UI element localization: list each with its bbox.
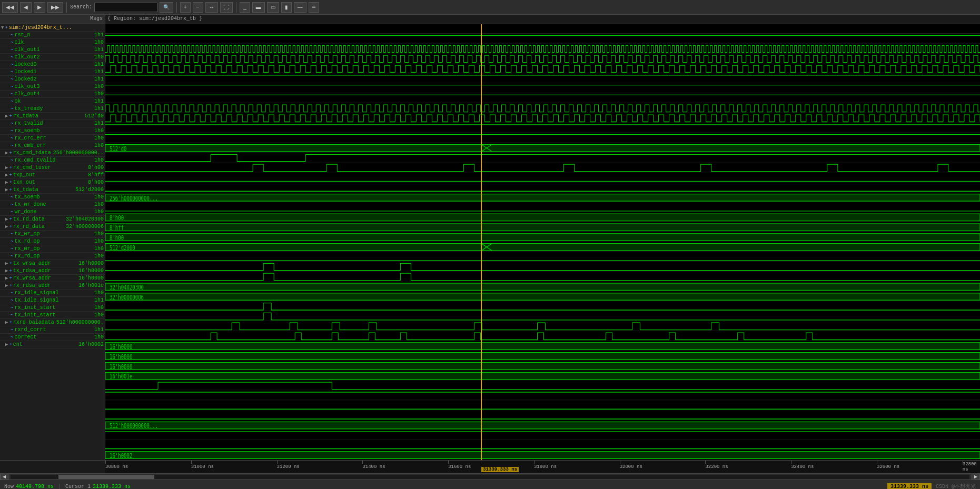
signal-row-rx_rd_op[interactable]: ~rx_rd_op1h0 (0, 253, 105, 260)
signal-row-tx_soemb[interactable]: ~tx_soemb1h0 (0, 194, 105, 201)
scroll-left-btn[interactable]: ◀ (0, 474, 8, 480)
signal-row-locked1[interactable]: ~locked11h1 (0, 68, 105, 76)
signal-row-rx_idle_signal[interactable]: ~rx_idle_signal1h0 (0, 290, 105, 297)
signal-row-locked0[interactable]: ~locked01h1 (0, 61, 105, 68)
signal-row-tx_init_start[interactable]: ~tx_init_start1h0 (0, 312, 105, 319)
signal-row-rx_tvalid[interactable]: ~rx_tvalid1h1 (0, 120, 105, 127)
expand-icon-cnt[interactable]: ▶ (5, 342, 8, 347)
waveform-panel[interactable]: { Region: sim:/jesd204brx_tb } 512'd0256… (105, 15, 980, 460)
signal-row-grp1[interactable]: ▼+sim:/jesd204brx_t... (0, 24, 105, 32)
expand-icon-rx_tdata[interactable]: ▶ (5, 113, 8, 119)
signal-row-clk_out1[interactable]: ~clk_out11h1 (0, 46, 105, 54)
zoom-sel-btn[interactable]: ⛶ (220, 2, 233, 13)
signal-row-rx_soemb[interactable]: ~rx_soemb1h0 (0, 127, 105, 135)
svg-text:512'd2000: 512'd2000 (110, 244, 135, 252)
signal-row-ok[interactable]: ~ok1h1 (0, 98, 105, 105)
signal-row-rst_n[interactable]: ~rst_n1h1 (0, 32, 105, 39)
signal-value-rx_soemb: 1h0 (62, 128, 104, 134)
signal-value-rx_wrsa_addr: 16'h0000 (62, 275, 104, 281)
signal-row-tx_tdata[interactable]: ▶+tx_tdata512'd2000 (0, 186, 105, 194)
signal-row-tx_tready[interactable]: ~tx_tready1h1 (0, 105, 105, 113)
cursor-line[interactable] (481, 24, 482, 460)
expand-icon-rx_rdsa_addr[interactable]: ▶ (5, 283, 8, 288)
signal-value-rx_wr_op: 1h0 (62, 246, 104, 252)
expand-icon-rx_cmd_tuser[interactable]: ▶ (5, 165, 8, 171)
expand-icon-grp1[interactable]: ▼ (1, 25, 4, 31)
bus-icon-rx_tdata: + (9, 114, 12, 119)
signal-row-tx_idle_signal[interactable]: ~tx_idle_signal1h1 (0, 297, 105, 304)
expand-icon-tx_wrsa_addr[interactable]: ▶ (5, 261, 8, 266)
prev-btn[interactable]: ◀ (20, 2, 32, 13)
signal-row-wr_done[interactable]: ~wr_done1h0 (0, 208, 105, 216)
signal-row-rxrd_baladata[interactable]: ▶+rxrd_baladata512'h000000000... (0, 319, 105, 326)
back-btn[interactable]: ◀◀ (2, 2, 18, 13)
signal-row-locked2[interactable]: ~locked21h1 (0, 76, 105, 83)
expand-icon-rx_cmd_tdata[interactable]: ▶ (5, 150, 8, 156)
svg-rect-60 (105, 283, 980, 290)
expand-icon-txp_out[interactable]: ▶ (5, 172, 8, 178)
signal-row-rx_cmd_tdata[interactable]: ▶+rx_cmd_tdata256'h000000000... (0, 149, 105, 157)
signal-row-rx_cmd_tvalid[interactable]: ~rx_cmd_tvalid1h0 (0, 157, 105, 164)
signal-row-rx_tdata[interactable]: ▶+rx_tdata512'd0 (0, 113, 105, 120)
expand-icon-tx_rdsa_addr[interactable]: ▶ (5, 268, 8, 274)
expand-icon-rxrd_baladata[interactable]: ▶ (5, 320, 8, 325)
expand-icon-txn_out[interactable]: ▶ (5, 179, 8, 185)
bit-icon-locked0: ~ (11, 62, 13, 67)
scroll-right-btn[interactable]: ▶ (972, 474, 980, 480)
signal-row-tx_rdsa_addr[interactable]: ▶+tx_rdsa_addr16'h0000 (0, 267, 105, 275)
expand-icon-rx_wrsa_addr[interactable]: ▶ (5, 275, 8, 281)
signal-row-clk_out4[interactable]: ~clk_out41h0 (0, 91, 105, 98)
signal-row-rxrd_corrt[interactable]: ~rxrd_corrt1h1 (0, 326, 105, 334)
hscroll-track[interactable] (11, 475, 969, 479)
signal-row-clk[interactable]: ~clk1h0 (0, 39, 105, 46)
wave-btn5[interactable]: — (294, 2, 306, 13)
signal-value-rst_n: 1h1 (62, 32, 104, 38)
timeline-label-4: 31600 ns (448, 464, 471, 470)
wave-btn6[interactable]: ━ (309, 2, 319, 13)
expand-icon-rx_rd_data[interactable]: ▶ (5, 224, 8, 229)
wave-btn4[interactable]: ▮ (281, 2, 292, 13)
signal-row-cnt[interactable]: ▶+cnt16'h0002 (0, 341, 105, 348)
hscroll-thumb[interactable] (58, 475, 154, 479)
signal-row-rx_rd_data[interactable]: ▶+rx_rd_data32'h00000006 (0, 223, 105, 231)
signal-row-rx_wrsa_addr[interactable]: ▶+rx_wrsa_addr16'h0000 (0, 275, 105, 282)
signal-row-tx_wr_done[interactable]: ~tx_wr_done1h0 (0, 201, 105, 208)
signal-row-rx_emb_err[interactable]: ~rx_emb_err1h0 (0, 142, 105, 149)
signal-row-tx_rd_data[interactable]: ▶+tx_rd_data32'h04020300 (0, 216, 105, 223)
zoom-in-btn[interactable]: + (180, 2, 191, 13)
wave-canvas[interactable]: 512'd0256'h000000000...8'h008'hff8'h0051… (105, 24, 980, 460)
wave-btn3[interactable]: ▭ (267, 2, 279, 13)
signal-row-rx_cmd_tuser[interactable]: ▶+rx_cmd_tuser8'h00 (0, 164, 105, 172)
signal-row-rx_init_start[interactable]: ~rx_init_start1h0 (0, 304, 105, 312)
signal-row-rx_crc_err[interactable]: ~rx_crc_err1h0 (0, 135, 105, 142)
zoom-fit-btn[interactable]: ↔ (205, 2, 218, 13)
svg-rect-94 (105, 422, 980, 428)
signal-value-rx_rd_data: 32'h00000006 (62, 224, 104, 229)
search-input[interactable] (94, 3, 157, 12)
signal-row-txn_out[interactable]: ▶+txn_out8'h00 (0, 179, 105, 186)
cursor-timeline-label: 31339.333 ns (481, 467, 519, 472)
expand-icon-tx_rd_data[interactable]: ▶ (5, 216, 8, 222)
signal-row-tx_wr_op[interactable]: ~tx_wr_op1h0 (0, 231, 105, 238)
signal-row-clk_out2[interactable]: ~clk_out21h0 (0, 54, 105, 61)
cursor-label: Cursor 1 (65, 484, 91, 490)
signal-name-grp1: sim:/jesd204brx_t... (9, 25, 72, 31)
signal-row-rx_rdsa_addr[interactable]: ▶+rx_rdsa_addr16'h001e (0, 282, 105, 290)
signal-row-txp_out[interactable]: ▶+txp_out8'hff (0, 172, 105, 179)
signal-name-rxrd_corrt: rxrd_corrt (14, 327, 60, 333)
signal-name-rx_tvalid: rx_tvalid (14, 121, 60, 126)
signal-row-correct[interactable]: ~correct1h0 (0, 334, 105, 341)
wave-btn1[interactable]: ⎯ (240, 2, 250, 13)
next-btn[interactable]: ▶ (34, 2, 45, 13)
wave-btn2[interactable]: ▬ (252, 2, 265, 13)
expand-icon-tx_tdata[interactable]: ▶ (5, 187, 8, 193)
signal-name-rst_n: rst_n (14, 32, 60, 38)
hscroll[interactable]: ◀ ▶ (0, 473, 980, 480)
zoom-out-btn[interactable]: − (193, 2, 203, 13)
fwd-btn[interactable]: ▶▶ (47, 2, 63, 13)
signal-row-tx_rd_op[interactable]: ~tx_rd_op1h0 (0, 238, 105, 245)
signal-row-clk_out3[interactable]: ~clk_out31h0 (0, 83, 105, 91)
signal-row-rx_wr_op[interactable]: ~rx_wr_op1h0 (0, 245, 105, 253)
signal-row-tx_wrsa_addr[interactable]: ▶+tx_wrsa_addr16'h0000 (0, 260, 105, 267)
search-btn[interactable]: 🔍 (160, 2, 173, 13)
